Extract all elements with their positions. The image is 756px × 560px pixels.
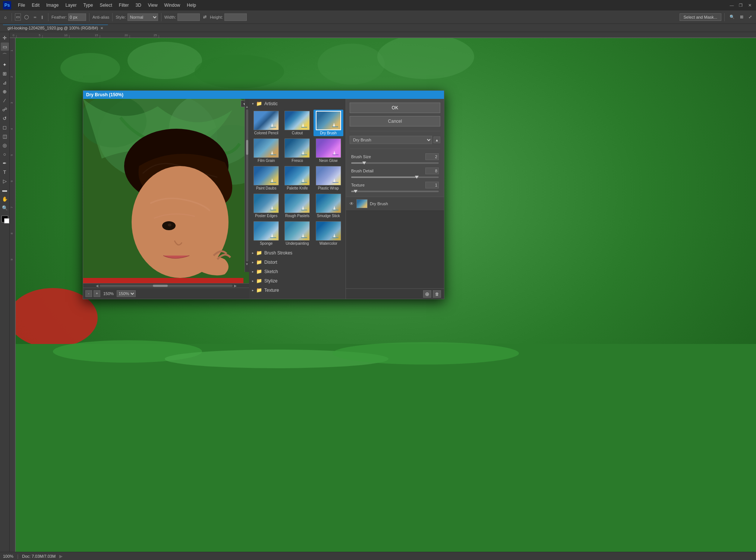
preview-hscroll[interactable]: ◀ ▶ <box>83 283 249 288</box>
hscroll-thumb[interactable] <box>153 285 168 287</box>
minimize-button[interactable]: — <box>728 2 735 9</box>
move-tool[interactable]: ✛ <box>1 34 9 42</box>
menu-edit[interactable]: Edit <box>29 2 42 9</box>
brush-detail-track[interactable] <box>351 176 439 178</box>
sketch-header[interactable]: ▸ 📁 Sketch <box>249 267 346 276</box>
vscroll-thumb[interactable] <box>246 140 248 155</box>
filter-rough-pastels[interactable]: Rough Pastels <box>282 193 312 219</box>
history-brush-tool[interactable]: ↺ <box>1 114 9 122</box>
blur-tool[interactable]: ◎ <box>1 141 9 149</box>
menu-window[interactable]: Window <box>161 2 183 9</box>
menu-3d[interactable]: 3D <box>132 2 144 9</box>
filter-neon-glow[interactable]: Neon Glow <box>314 137 343 164</box>
crop-tool[interactable]: ⊞ <box>1 69 9 78</box>
home-button[interactable]: ⌂ <box>2 14 9 21</box>
active-tab[interactable]: girl-looking-1204285_1920.jpg @ 100% (RG… <box>3 25 108 31</box>
heal-tool[interactable]: ⊕ <box>1 87 9 96</box>
height-input[interactable] <box>224 13 247 21</box>
vscroll-down-arrow[interactable]: ▼ <box>245 262 249 267</box>
filter-sponge[interactable]: Sponge <box>251 220 281 247</box>
search-button[interactable]: 🔍 <box>728 13 737 21</box>
clone-tool[interactable]: ☍ <box>1 105 9 113</box>
tab-close-button[interactable]: ✕ <box>100 26 103 30</box>
eyedropper-tool[interactable]: ⊿ <box>1 78 9 87</box>
rect-marquee-button[interactable]: ▭ <box>15 13 21 21</box>
hand-tool[interactable]: ✋ <box>1 195 9 203</box>
maximize-button[interactable]: ❐ <box>737 2 744 9</box>
type-tool[interactable]: T <box>1 168 9 176</box>
pen-tool[interactable]: ✒ <box>1 159 9 167</box>
zoom-in-button[interactable]: + <box>94 290 100 297</box>
filter-palette-knife[interactable]: Palette Knife <box>282 165 312 191</box>
gradient-tool[interactable]: ◫ <box>1 132 9 140</box>
menu-view[interactable]: View <box>145 2 161 9</box>
texture-track[interactable] <box>351 191 439 192</box>
filter-fresco[interactable]: Fresco <box>282 137 312 164</box>
menu-type[interactable]: Type <box>80 2 96 9</box>
filter-film-grain[interactable]: Film Grain <box>251 137 281 164</box>
foreground-color[interactable] <box>1 216 8 222</box>
single-row-button[interactable]: ═ <box>32 14 38 20</box>
texture-input[interactable] <box>425 182 439 188</box>
marquee-tool[interactable]: ▭ <box>1 43 9 51</box>
close-button[interactable]: ✕ <box>746 2 753 9</box>
brush-size-track[interactable] <box>351 162 439 164</box>
filter-dry-brush[interactable]: Dry Brush <box>314 110 343 136</box>
ellipse-marquee-button[interactable]: ◯ <box>22 13 31 21</box>
layer-visibility-icon[interactable]: 👁 <box>349 201 354 206</box>
brush-tool[interactable]: ⁄ <box>1 96 9 104</box>
filter-colored-pencil[interactable]: Colored Pencil <box>251 110 281 136</box>
menu-help[interactable]: Help <box>184 2 199 9</box>
collapse-settings-button[interactable]: ▲ <box>434 137 440 143</box>
effect-layer-dry-brush[interactable]: 👁 Dry Brush <box>346 197 444 211</box>
background-color[interactable] <box>4 218 9 223</box>
vscroll-up-arrow[interactable]: ▲ <box>245 104 249 109</box>
path-select-tool[interactable]: ▷ <box>1 177 9 185</box>
filter-select-dropdown[interactable]: Dry Brush Colored Pencil Cutout <box>350 136 432 144</box>
style-select[interactable]: Normal Fixed Ratio Fixed Size <box>127 13 158 21</box>
single-col-button[interactable]: ‖ <box>40 14 45 20</box>
distort-header[interactable]: ▸ 📁 Distort <box>249 257 346 267</box>
brush-detail-input[interactable] <box>425 168 439 174</box>
menu-filter[interactable]: Filter <box>116 2 132 9</box>
vscroll-track[interactable] <box>246 109 248 262</box>
delete-effect-layer-button[interactable]: 🗑 <box>433 290 441 298</box>
texture-thumb[interactable] <box>354 190 357 193</box>
filter-paint-daubs[interactable]: Paint Daubs <box>251 165 281 191</box>
menu-select[interactable]: Select <box>97 2 115 9</box>
width-input[interactable] <box>177 13 200 21</box>
zoom-out-button[interactable]: - <box>85 290 92 297</box>
filter-poster-edges[interactable]: Poster Edges <box>251 193 281 219</box>
ok-button[interactable]: OK <box>350 103 440 113</box>
swap-dimensions-button[interactable]: ⇄ <box>201 13 208 21</box>
magic-wand-tool[interactable]: ✦ <box>1 60 9 69</box>
zoom-tool[interactable]: 🔍 <box>1 204 9 212</box>
lasso-tool[interactable]: ⌒ <box>1 51 9 60</box>
filter-underpainting[interactable]: Underpainting <box>282 220 312 247</box>
eraser-tool[interactable]: ◻ <box>1 123 9 131</box>
preview-vscroll[interactable]: ▲ ▼ <box>245 99 249 272</box>
filter-smudge-stick[interactable]: Smudge Stick <box>314 193 343 219</box>
dodge-tool[interactable]: ○ <box>1 150 9 158</box>
select-mask-button[interactable]: Select and Mask... <box>680 13 722 21</box>
texture-header[interactable]: ▸ 📁 Texture <box>249 285 346 295</box>
brush-strokes-header[interactable]: ▸ 📁 Brush Strokes <box>249 248 346 257</box>
menu-file[interactable]: File <box>15 2 28 9</box>
hscroll-track[interactable] <box>100 285 233 287</box>
brush-detail-thumb[interactable] <box>415 176 419 179</box>
shape-tool[interactable]: ▬ <box>1 186 9 194</box>
brush-size-thumb[interactable] <box>362 162 366 165</box>
new-effect-layer-button[interactable]: ⊕ <box>423 290 431 298</box>
cancel-button[interactable]: Cancel <box>350 116 440 126</box>
stylize-header[interactable]: ▸ 📁 Stylize <box>249 276 346 285</box>
menu-image[interactable]: Image <box>43 2 62 9</box>
filter-plastic-wrap[interactable]: Plastic Wrap <box>314 165 343 191</box>
menu-layer[interactable]: Layer <box>62 2 79 9</box>
category-artistic-header[interactable]: ▾ 📁 Artistic <box>249 99 346 108</box>
zoom-select[interactable]: 150% 100% 75% 50% <box>117 290 136 297</box>
filter-watercolor[interactable]: Watercolor <box>314 220 343 247</box>
arrange-button[interactable]: ⊞ <box>738 13 745 21</box>
filter-cutout[interactable]: Cutout <box>282 110 312 136</box>
brush-size-input[interactable] <box>425 153 439 160</box>
expand-button[interactable]: ⤢ <box>747 13 754 21</box>
